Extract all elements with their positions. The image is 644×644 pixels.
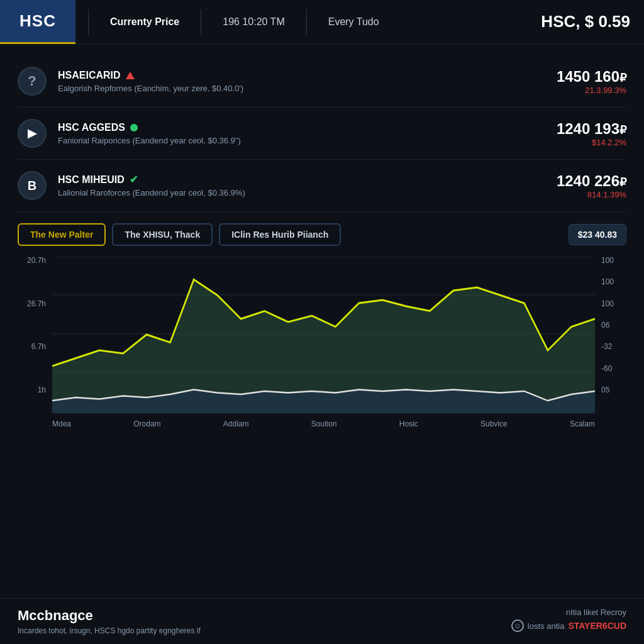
y-left-label: 1h — [18, 386, 46, 394]
asset-value: 1240 226₽ 814.1.39% — [557, 172, 626, 199]
y-left-label: 20.7h — [18, 256, 46, 265]
divider-2 — [201, 9, 201, 35]
asset-icon: B — [18, 171, 47, 200]
chart-x-labels: MdeaOrodamAddiamSoutionHosicSubviceScala… — [52, 416, 595, 428]
asset-title: HSC MIHEUID ✔ — [58, 174, 557, 186]
chart-y-left: 20.7h26.7h6.7h1h — [18, 256, 52, 413]
footer-logo: Mccbnagce — [18, 608, 201, 624]
footer-brand: STAYER6CUD — [568, 621, 626, 631]
asset-row: ▶ HSC AGGEDS Faniorial Raiporices (Eande… — [18, 108, 626, 160]
current-price-label: Currenty Price — [101, 16, 188, 28]
tab-clin-res[interactable]: IClin Res Hurib Piianch — [219, 223, 341, 246]
y-right-label: 06 — [601, 321, 626, 330]
x-axis-label: Scalam — [570, 419, 595, 428]
asset-main-value: 1240 226₽ — [557, 172, 626, 190]
triangle-up-icon — [126, 72, 135, 79]
header-price: HSC, $ 0.59 — [541, 12, 644, 31]
tab-xhisu-thack[interactable]: The XHISU, Thack — [112, 223, 213, 246]
asset-subtitle: Faniorial Raiporices (Eandend year ceol,… — [58, 136, 557, 145]
asset-value: 1450 160₽ 21.3.99.3% — [557, 68, 626, 95]
main-content: ? HSAEICARID Ealgorish Repfornes (Eanchi… — [0, 44, 644, 413]
asset-icon: ? — [18, 67, 47, 96]
y-right-label: 100 — [601, 299, 626, 308]
asset-info: HSC AGGEDS Faniorial Raiporices (Eandend… — [58, 122, 557, 145]
asset-info: HSAEICARID Ealgorish Repfornes (Eanchim,… — [58, 70, 557, 93]
asset-info: HSC MIHEUID ✔ Lalionial Raroforces (Eand… — [58, 174, 557, 197]
chart-main: MdeaOrodamAddiamSoutionHosicSubviceScala… — [52, 256, 595, 413]
x-axis-label: Orodam — [133, 419, 160, 428]
x-axis-label: Hosic — [399, 419, 418, 428]
y-left-label: 6.7h — [18, 342, 46, 351]
logo-text: HSC — [19, 11, 56, 31]
footer-right-top: nItia liket Recroy — [566, 608, 626, 617]
asset-icon: ▶ — [18, 119, 47, 148]
play-icon: ▶ — [28, 126, 36, 140]
timestamp: 196 10:20 TM — [214, 16, 293, 28]
check-green-icon: ✔ — [130, 174, 138, 186]
question-icon: ? — [28, 73, 36, 89]
asset-title: HSC AGGEDS — [58, 122, 557, 133]
every-tudo-label: Every Tudo — [319, 16, 388, 28]
letter-icon: B — [28, 179, 36, 193]
asset-main-value: 1450 160₽ — [557, 68, 626, 86]
chart-y-right: 10010010006-32-6005 — [595, 256, 626, 413]
footer-right-bottom: ☺ losts antia STAYER6CUD — [511, 619, 626, 632]
asset-change: 21.3.99.3% — [557, 86, 626, 95]
chart-svg — [52, 256, 595, 413]
smiley-icon: ☺ — [511, 619, 524, 632]
dot-green-icon — [130, 124, 138, 131]
y-right-label: 100 — [601, 277, 626, 286]
footer-right: nItia liket Recroy ☺ losts antia STAYER6… — [511, 608, 626, 632]
divider-1 — [88, 9, 89, 35]
footer-left: Mccbnagce Incardes tohot, irsugn, HSCS h… — [18, 608, 201, 635]
y-left-label: 26.7h — [18, 299, 46, 308]
x-axis-label: Soution — [311, 419, 337, 428]
divider-3 — [306, 9, 307, 35]
asset-title-text: HSC AGGEDS — [58, 122, 125, 133]
chart-area: 20.7h26.7h6.7h1h MdeaOrodamAddiamSoution… — [18, 256, 626, 413]
footer-sub-text: losts antia — [528, 621, 565, 631]
y-right-label: -32 — [601, 342, 626, 351]
footer-description: Incardes tohot, irsugn, HSCS hgdo partit… — [18, 626, 201, 635]
header: HSC Currenty Price 196 10:20 TM Every Tu… — [0, 0, 644, 44]
tab-new-palter[interactable]: The New Palter — [18, 223, 106, 246]
asset-row: ? HSAEICARID Ealgorish Repfornes (Eanchi… — [18, 55, 626, 108]
x-axis-label: Subvice — [480, 419, 508, 428]
asset-change: $14.2.2% — [557, 138, 626, 147]
y-right-label: 05 — [601, 386, 626, 394]
assets-list: ? HSAEICARID Ealgorish Repfornes (Eanchi… — [18, 55, 626, 212]
asset-row: B HSC MIHEUID ✔ Lalionial Raroforces (Ea… — [18, 160, 626, 212]
y-right-label: -60 — [601, 364, 626, 373]
logo-block: HSC — [0, 0, 75, 44]
asset-value: 1240 193₽ $14.2.2% — [557, 120, 626, 147]
tabs-row: The New Palter The XHISU, Thack IClin Re… — [18, 212, 626, 253]
asset-main-value: 1240 193₽ — [557, 120, 626, 138]
asset-subtitle: Ealgorish Repfornes (Eanchim, yeur zere,… — [58, 84, 557, 93]
x-axis-label: Mdea — [52, 419, 71, 428]
footer: Mccbnagce Incardes tohot, irsugn, HSCS h… — [0, 598, 644, 644]
x-axis-label: Addiam — [223, 419, 249, 428]
asset-title-text: HSC MIHEUID — [58, 174, 125, 186]
tab-price: $23 40.83 — [569, 224, 626, 245]
asset-change: 814.1.39% — [557, 190, 626, 199]
y-right-label: 100 — [601, 256, 626, 265]
asset-subtitle: Lalionial Raroforces (Eandend year ceol,… — [58, 188, 557, 197]
asset-title-text: HSAEICARID — [58, 70, 121, 81]
asset-title: HSAEICARID — [58, 70, 557, 81]
